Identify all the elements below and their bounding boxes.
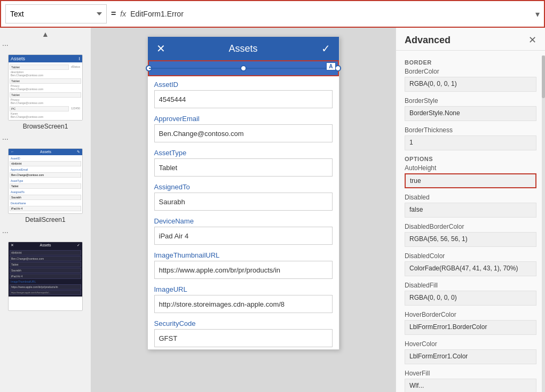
prop-disabledcolor-label: DisabledColor	[405, 252, 536, 260]
canvas-area: ✕ Assets ✓ A AssetID ApproverEmail	[91, 28, 396, 392]
e-field-1: 4545444	[10, 250, 81, 255]
prop-disabledbordercolor-value[interactable]: RGBA(56, 56, 56, 1)	[405, 232, 536, 247]
e-field-2: Ben.Change@contoso.com	[10, 256, 81, 261]
formula-fx-icon: fx	[120, 10, 126, 18]
browse-row2: Tablet	[10, 78, 81, 84]
prop-disabled-label: Disabled	[405, 194, 536, 201]
prop-borderthickness-value[interactable]: 1	[405, 135, 536, 150]
detail-thumb-edit: ✎	[77, 150, 80, 154]
formula-expand-icon[interactable]: ▾	[535, 9, 540, 19]
browse-screen-thumbnail: Assets I Tablet description Ben.Change@c…	[8, 54, 83, 121]
e-label-6: ImageThumbnailURL	[10, 279, 81, 284]
prop-hoverfill-label: HoverFill	[405, 370, 536, 377]
field-input-approveremail[interactable]	[154, 124, 333, 142]
edit-dots-icon[interactable]: ···	[2, 228, 9, 236]
prop-bordercolor: BorderColor RGBA(0, 0, 0, 1)	[405, 68, 536, 92]
prop-disabled-value[interactable]: false	[405, 203, 536, 218]
screens-panel: ▲ ··· Assets I	[0, 28, 91, 392]
field-input-imageurl[interactable]	[154, 295, 333, 313]
scroll-up-area: ▲	[0, 28, 91, 41]
prop-hovercolor-label: HoverColor	[405, 340, 536, 348]
prop-autoheight-value[interactable]: true	[405, 173, 536, 188]
advanced-panel-title: Advanced	[405, 35, 451, 46]
browse-row3-email: Ben.Change@contoso.com	[10, 101, 81, 105]
d-label-2: ApprovalEmail	[10, 167, 81, 172]
form-header: ✕ Assets ✓	[148, 37, 339, 60]
form-close-icon[interactable]: ✕	[156, 42, 165, 55]
prop-borderstyle-value[interactable]: BorderStyle.None	[405, 106, 536, 121]
edit-thumb-title: Assets	[40, 243, 51, 247]
browse-screen-item[interactable]: Assets I Tablet description Ben.Change@c…	[0, 50, 91, 134]
browse-thumb-title: Assets	[11, 56, 25, 61]
control-type-badge: A	[326, 62, 335, 70]
field-group-assettype: AssetType	[148, 145, 339, 179]
field-input-imagethumb[interactable]	[154, 261, 333, 279]
prop-hoverbordercolor-value[interactable]: LblFormError1.BorderColor	[405, 320, 536, 335]
field-input-assettype[interactable]	[154, 158, 333, 177]
prop-disabledfill-value[interactable]: RGBA(0, 0, 0, 0)	[405, 291, 536, 306]
browse-row2-email: Ben.Change@contoso.com	[10, 87, 81, 91]
field-input-devicename[interactable]	[154, 227, 333, 245]
prop-hovercolor-value[interactable]: LblFormError1.Color	[405, 349, 536, 364]
field-label-assettype: AssetType	[154, 149, 333, 157]
prop-bordercolor-value[interactable]: RGBA(0, 0, 0, 1)	[405, 77, 536, 92]
field-label-security: SecurityCode	[154, 319, 333, 327]
browse-dots-icon[interactable]: ···	[2, 41, 9, 49]
formula-property-select[interactable]: Text	[5, 4, 107, 23]
prop-bordercolor-label: BorderColor	[405, 68, 536, 75]
edit-thumb-body: 4545444 Ben.Change@contoso.com Tablet Sa…	[9, 249, 82, 297]
field-group-approveremail: ApproverEmail	[148, 110, 339, 145]
browse-thumb-header: Assets I	[9, 55, 82, 62]
prop-disabledbordercolor-label: DisabledBorderColor	[405, 223, 536, 230]
browse-row4: PC	[10, 106, 69, 111]
prop-disabledfill: DisabledFill RGBA(0, 0, 0, 0)	[405, 282, 536, 306]
edit-thumb-close: ✕	[11, 243, 14, 247]
browse-row3: Tablet	[10, 92, 81, 98]
field-group-imageurl: ImageThumbnailURL	[148, 247, 339, 281]
d-value-2: Ben.Change@contoso.com	[10, 172, 81, 178]
edit-form-widget: ✕ Assets ✓ A AssetID ApproverEmail	[147, 36, 339, 350]
detail-thumb-header: ← Assets ✎	[9, 149, 82, 155]
prop-hoverbordercolor: HoverBorderColor LblFormError1.BorderCol…	[405, 311, 536, 335]
prop-autoheight: AutoHeight true	[405, 164, 536, 188]
formula-input[interactable]	[130, 4, 531, 23]
prop-disabledcolor: DisabledColor ColorFade(RGBA(47, 41, 43,…	[405, 252, 536, 276]
right-panel-scroll-thumb[interactable]	[542, 55, 545, 98]
advanced-panel-close-icon[interactable]: ✕	[528, 34, 536, 46]
advanced-panel-body: Border BorderColor RGBA(0, 0, 0, 1) Bord…	[396, 51, 545, 392]
prop-hoverfill: HoverFill Wlf...	[405, 370, 536, 392]
detail-screen-item[interactable]: ← Assets ✎ AssetID 4545444 ApprovalEmail…	[0, 144, 91, 228]
edit-thumb-check: ✓	[77, 243, 80, 247]
form-check-icon[interactable]: ✓	[321, 42, 330, 55]
edit-screen-item[interactable]: ✕ Assets ✓ 4545444 Ben.Change@contoso.co…	[0, 237, 91, 315]
prop-borderstyle-label: BorderStyle	[405, 97, 536, 105]
prop-disabled: Disabled false	[405, 194, 536, 218]
prop-hoverfill-value[interactable]: Wlf...	[405, 379, 536, 392]
advanced-panel: Advanced ✕ Border BorderColor RGBA(0, 0,…	[396, 28, 545, 392]
e-field-3: Tablet	[10, 262, 81, 267]
field-input-security[interactable]	[154, 329, 333, 347]
d-value-3: Tablet	[10, 183, 81, 189]
border-section-title: Border	[405, 59, 536, 66]
browse-row-email: Ben.Change@contoso.com	[10, 74, 69, 77]
detail-screen-thumbnail: ← Assets ✎ AssetID 4545444 ApprovalEmail…	[8, 148, 83, 214]
detail-dots-icon[interactable]: ···	[2, 134, 9, 143]
field-group-devicename: DeviceName	[148, 213, 339, 247]
prop-disabledfill-label: DisabledFill	[405, 282, 536, 289]
error-label-bar[interactable]: A	[148, 60, 339, 76]
detail-thumb-title: Assets	[40, 150, 51, 154]
prop-disabledcolor-value[interactable]: ColorFade(RGBA(47, 41, 43, 1), 70%)	[405, 261, 536, 276]
field-input-assignedto[interactable]	[154, 193, 333, 211]
field-label-assetid: AssetID	[154, 81, 333, 89]
edit-thumb-header: ✕ Assets ✓	[9, 242, 82, 249]
d-label-5: DeviceName	[10, 201, 81, 205]
browse-row: Tablet	[10, 65, 69, 70]
browse-row-status: dStatus	[70, 64, 81, 77]
right-panel-scrollbar	[542, 55, 545, 392]
screens-wrapper: ··· Assets I Tablet description	[0, 41, 91, 392]
field-label-imageurl: ImageURL	[154, 285, 333, 293]
detail-screen-label: DetailScreen1	[25, 216, 65, 223]
browse-thumb-body: Tablet description Ben.Change@contoso.co…	[9, 62, 82, 120]
field-input-assetid[interactable]	[154, 90, 333, 108]
scroll-up-button[interactable]: ▲	[42, 30, 49, 38]
